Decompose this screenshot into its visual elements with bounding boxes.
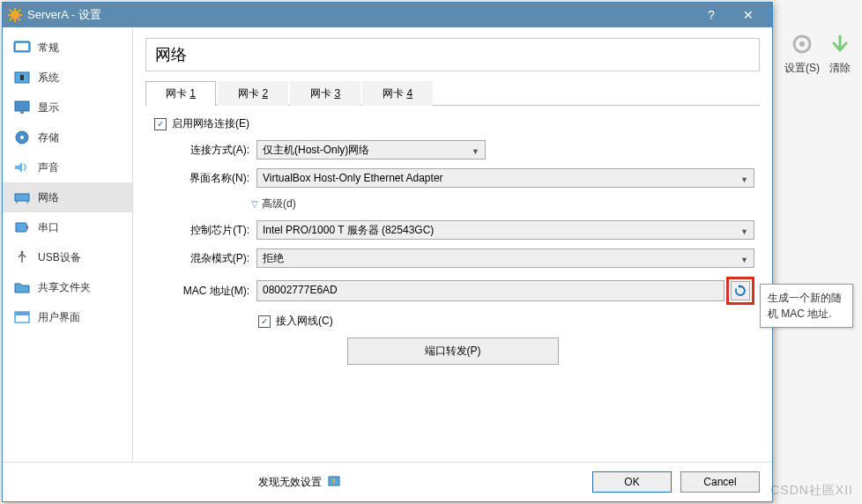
attach-select[interactable]: 仅主机(Host-Only)网络 bbox=[256, 140, 486, 159]
name-row: 界面名称(N): VirtualBox Host-Only Ethernet A… bbox=[170, 168, 754, 188]
ui-icon bbox=[13, 309, 31, 325]
chevron-down-icon: ▽ bbox=[251, 199, 258, 209]
form: ✓ 启用网络连接(E) 连接方式(A): 仅主机(Host-Only)网络 界面… bbox=[145, 106, 760, 370]
mac-label: MAC 地址(M): bbox=[170, 284, 249, 299]
cable-checkbox[interactable]: ✓ bbox=[258, 315, 271, 328]
mac-row: MAC 地址(M): 08002777E6AD bbox=[170, 277, 754, 305]
sidebar-item-shared-folders[interactable]: 共享文件夹 bbox=[3, 272, 132, 302]
cable-row: ✓ 接入网线(C) bbox=[258, 314, 754, 329]
adapter-type-label: 控制芯片(T): bbox=[170, 223, 249, 238]
svg-line-10 bbox=[19, 10, 20, 11]
network-icon bbox=[13, 189, 31, 205]
mac-input[interactable]: 08002777E6AD bbox=[256, 280, 725, 301]
refresh-icon bbox=[734, 285, 747, 297]
serial-icon bbox=[13, 219, 31, 235]
bg-clear-label: 清除 bbox=[829, 61, 851, 76]
sidebar-item-audio[interactable]: 声音 bbox=[3, 152, 132, 182]
gear-icon bbox=[789, 31, 815, 57]
svg-point-1 bbox=[799, 41, 805, 47]
name-label: 界面名称(N): bbox=[170, 171, 249, 186]
sidebar-item-label: 存储 bbox=[38, 130, 59, 145]
enable-network-row: ✓ 启用网络连接(E) bbox=[154, 116, 754, 131]
enable-network-checkbox[interactable]: ✓ bbox=[154, 118, 167, 130]
svg-rect-25 bbox=[15, 312, 29, 315]
watermark: CSDN社區XII bbox=[770, 483, 853, 499]
help-button[interactable]: ? bbox=[693, 3, 730, 27]
footer-warning: 发现无效设置 bbox=[15, 475, 583, 490]
sidebar-item-label: 显示 bbox=[38, 100, 59, 115]
tabs: 网卡 1 网卡 2 网卡 3 网卡 4 bbox=[145, 80, 760, 106]
sidebar-item-label: 常规 bbox=[38, 41, 59, 56]
titlebar: ServerA - 设置 ? ✕ bbox=[3, 3, 772, 27]
bg-clear-button[interactable]: 清除 bbox=[827, 31, 853, 76]
audio-icon bbox=[13, 159, 31, 175]
svg-rect-12 bbox=[16, 43, 28, 50]
warning-icon bbox=[328, 476, 340, 488]
mac-refresh-button[interactable] bbox=[731, 281, 750, 300]
bg-settings-label: 设置(S) bbox=[784, 61, 820, 76]
sidebar-item-storage[interactable]: 存储 bbox=[3, 122, 132, 152]
sidebar-item-label: USB设备 bbox=[38, 250, 81, 265]
name-select[interactable]: VirtualBox Host-Only Ethernet Adapter bbox=[256, 168, 754, 188]
warning-text: 发现无效设置 bbox=[258, 476, 322, 488]
svg-line-7 bbox=[10, 10, 11, 11]
arrow-down-icon bbox=[827, 31, 853, 57]
main-panel: 网络 网卡 1 网卡 2 网卡 3 网卡 4 ✓ 启用网络连接(E) 连接方式(… bbox=[133, 27, 772, 462]
storage-icon bbox=[13, 130, 31, 145]
svg-point-22 bbox=[26, 226, 27, 228]
mac-refresh-highlight bbox=[726, 277, 754, 305]
cancel-button[interactable]: Cancel bbox=[680, 471, 760, 493]
adapter-type-select[interactable]: Intel PRO/1000 T 服务器 (82543GC) bbox=[256, 220, 754, 240]
attach-label: 连接方式(A): bbox=[170, 143, 249, 158]
sidebar: 常规 系统 显示 存储 声音 网络 串口 USB设备 共享文件夹 用户界面 bbox=[3, 27, 133, 462]
attach-row: 连接方式(A): 仅主机(Host-Only)网络 bbox=[170, 140, 754, 159]
sidebar-item-general[interactable]: 常规 bbox=[3, 33, 132, 63]
ok-button[interactable]: OK bbox=[592, 471, 672, 493]
settings-dialog: ServerA - 设置 ? ✕ 常规 系统 显示 存储 声音 网络 串口 US… bbox=[2, 2, 773, 502]
sidebar-item-label: 系统 bbox=[38, 70, 59, 85]
sidebar-item-serial[interactable]: 串口 bbox=[3, 212, 132, 242]
tab-adapter-2[interactable]: 网卡 2 bbox=[218, 81, 288, 106]
advanced-toggle[interactable]: ▽ 高级(d) bbox=[251, 196, 754, 211]
port-forward-button[interactable]: 端口转发(P) bbox=[347, 337, 559, 365]
svg-rect-16 bbox=[20, 111, 24, 114]
enable-network-label: 启用网络连接(E) bbox=[172, 116, 249, 131]
general-icon bbox=[13, 40, 31, 56]
gear-icon bbox=[8, 8, 22, 22]
sidebar-item-label: 用户界面 bbox=[38, 310, 80, 325]
close-button[interactable]: ✕ bbox=[730, 3, 767, 27]
dialog-body: 常规 系统 显示 存储 声音 网络 串口 USB设备 共享文件夹 用户界面 网络… bbox=[3, 27, 772, 462]
sidebar-item-ui[interactable]: 用户界面 bbox=[3, 302, 132, 332]
folder-icon bbox=[13, 279, 31, 295]
tab-adapter-3[interactable]: 网卡 3 bbox=[290, 81, 360, 106]
svg-rect-15 bbox=[15, 101, 29, 111]
svg-line-8 bbox=[19, 19, 20, 20]
bg-settings-button[interactable]: 设置(S) bbox=[784, 31, 820, 76]
advanced-label: 高级(d) bbox=[262, 196, 296, 211]
promisc-row: 混杂模式(P): 拒绝 bbox=[170, 248, 754, 268]
sidebar-item-label: 共享文件夹 bbox=[38, 280, 91, 295]
window-title: ServerA - 设置 bbox=[27, 7, 693, 23]
promisc-label: 混杂模式(P): bbox=[170, 251, 249, 266]
svg-point-18 bbox=[20, 136, 24, 139]
sidebar-item-label: 声音 bbox=[38, 160, 59, 175]
svg-rect-14 bbox=[20, 75, 24, 80]
sidebar-item-network[interactable]: 网络 bbox=[3, 182, 132, 212]
sidebar-item-usb[interactable]: USB设备 bbox=[3, 242, 132, 272]
sidebar-item-label: 网络 bbox=[38, 190, 59, 205]
background-toolbar: 设置(S) 清除 bbox=[776, 22, 862, 85]
svg-rect-19 bbox=[15, 194, 29, 201]
usb-icon bbox=[13, 249, 31, 265]
svg-point-2 bbox=[11, 11, 19, 19]
tab-adapter-1[interactable]: 网卡 1 bbox=[145, 81, 216, 106]
tab-adapter-4[interactable]: 网卡 4 bbox=[362, 81, 433, 106]
svg-point-23 bbox=[21, 251, 24, 254]
dialog-footer: 发现无效设置 OK Cancel bbox=[3, 462, 772, 501]
sidebar-item-system[interactable]: 系统 bbox=[3, 63, 132, 93]
cable-label: 接入网线(C) bbox=[276, 314, 333, 329]
promisc-select[interactable]: 拒绝 bbox=[256, 248, 754, 268]
page-title: 网络 bbox=[145, 38, 760, 71]
tooltip: 生成一个新的随机 MAC 地址. bbox=[760, 284, 853, 328]
svg-line-9 bbox=[10, 19, 11, 20]
sidebar-item-display[interactable]: 显示 bbox=[3, 93, 132, 122]
